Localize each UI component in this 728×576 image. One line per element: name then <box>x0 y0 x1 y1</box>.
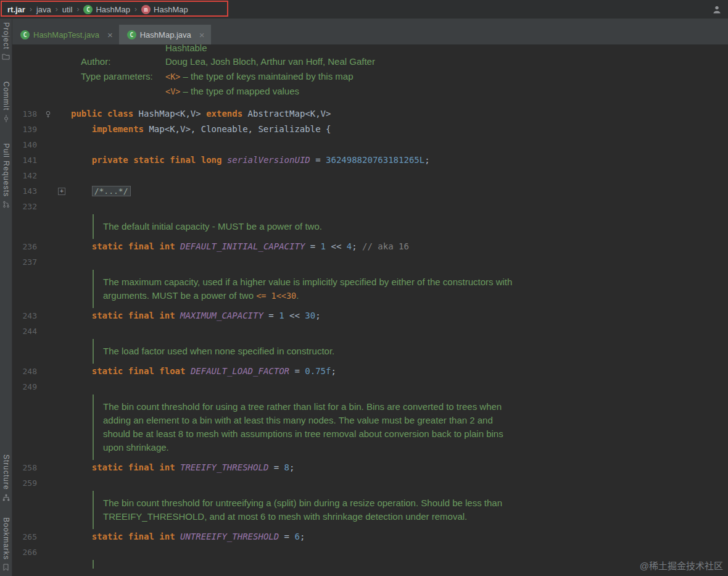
line-number[interactable]: 232 <box>12 199 42 214</box>
code-text[interactable] <box>67 379 71 394</box>
gutter[interactable]: 266 <box>12 545 67 560</box>
code-text[interactable] <box>67 323 71 339</box>
line-number[interactable]: 139 <box>12 122 42 137</box>
rendered-doc-comment[interactable]: The maximum capacity, used if a higher v… <box>12 270 728 308</box>
breadcrumb-item-java[interactable]: java <box>34 4 54 15</box>
code-line[interactable]: 237 <box>12 254 728 270</box>
code-text[interactable] <box>67 199 71 214</box>
line-number[interactable]: 237 <box>12 254 42 270</box>
close-icon[interactable]: × <box>199 30 205 40</box>
code-token: TREEIFY_THRESHOLD <box>180 462 268 472</box>
code-text[interactable] <box>67 168 71 183</box>
gutter[interactable]: 143+ <box>12 183 67 199</box>
gutter[interactable]: 237 <box>12 254 67 270</box>
code-text[interactable] <box>67 254 71 270</box>
gutter[interactable]: 265 <box>12 529 67 545</box>
close-icon[interactable]: × <box>107 30 113 40</box>
code-text[interactable]: static final int TREEIFY_THRESHOLD = 8; <box>67 460 294 475</box>
line-number[interactable]: 140 <box>12 137 42 152</box>
code-token: Doug Lea, Josh Bloch, Arthur van Hoff, N… <box>165 56 375 67</box>
code-token <box>71 311 92 320</box>
code-text[interactable]: public class HashMap<K,V> extends Abstra… <box>67 106 331 122</box>
code-text[interactable]: static final int DEFAULT_INITIAL_CAPACIT… <box>67 239 409 254</box>
gutter[interactable]: 248 <box>12 364 67 379</box>
line-number[interactable]: 143 <box>12 183 42 199</box>
breadcrumb-item-rt-jar[interactable]: rt.jar <box>5 4 28 15</box>
folder-icon <box>2 53 10 61</box>
gutter <box>12 394 67 460</box>
code-line[interactable]: 258 static final int TREEIFY_THRESHOLD =… <box>12 460 728 475</box>
code-line[interactable]: 243 static final int MAXIMUM_CAPACITY = … <box>12 308 728 323</box>
structure-icon <box>2 494 10 501</box>
sidebar-item-commit[interactable]: Commit <box>2 81 10 122</box>
line-number[interactable]: 248 <box>12 364 42 379</box>
gutter[interactable]: 138 <box>12 106 67 122</box>
code-text[interactable]: /*...*/ <box>67 183 131 199</box>
line-number[interactable]: 138 <box>12 106 42 122</box>
line-number[interactable]: 243 <box>12 308 42 323</box>
sidebar-item-bookmarks[interactable]: Bookmarks <box>2 517 10 571</box>
code-line[interactable]: 142 <box>12 168 728 183</box>
rendered-doc-comment[interactable]: The bin count threshold for untreeifying… <box>12 491 728 529</box>
code-text[interactable] <box>67 545 71 560</box>
code-line[interactable]: 249 <box>12 379 728 394</box>
code-line[interactable]: 141 private static final long serialVers… <box>12 152 728 168</box>
overridden-marker-icon[interactable] <box>44 111 52 118</box>
gutter[interactable]: 232 <box>12 199 67 214</box>
sidebar-item-project[interactable]: Project <box>2 22 10 61</box>
tab-hashmaptest-java[interactable]: CHashMapTest.java× <box>12 25 119 44</box>
sidebar-item-structure[interactable]: Structure <box>2 454 10 501</box>
user-icon[interactable] <box>712 5 722 14</box>
gutter[interactable]: 244 <box>12 323 67 339</box>
line-number[interactable]: 258 <box>12 460 42 475</box>
code-text[interactable]: implements Map<K,V>, Cloneable, Serializ… <box>67 122 331 137</box>
code-line[interactable]: 259 <box>12 475 728 491</box>
gutter[interactable]: 236 <box>12 239 67 254</box>
code-line[interactable]: 143+ /*...*/ <box>12 183 728 199</box>
gutter[interactable]: 243 <box>12 308 67 323</box>
breadcrumb-item-hashmap[interactable]: CHashMap <box>81 4 133 15</box>
doc-link[interactable]: Hashtable <box>165 44 207 54</box>
code-line[interactable]: 138public class HashMap<K,V> extends Abs… <box>12 106 728 122</box>
code-text[interactable]: static final float DEFAULT_LOAD_FACTOR =… <box>67 364 336 379</box>
gutter[interactable]: 142 <box>12 168 67 183</box>
rendered-doc-comment[interactable]: The load factor used when none specified… <box>12 339 728 364</box>
tab-hashmap-java[interactable]: CHashMap.java× <box>119 25 211 44</box>
line-number[interactable]: 265 <box>12 529 42 545</box>
editor[interactable]: HashtableAuthor:Doug Lea, Josh Bloch, Ar… <box>12 44 728 576</box>
code-line[interactable]: 236 static final int DEFAULT_INITIAL_CAP… <box>12 239 728 254</box>
gutter[interactable]: 139 <box>12 122 67 137</box>
main-area: ProjectCommitPull Requests StructureBook… <box>0 19 728 576</box>
code-line[interactable]: 232 <box>12 199 728 214</box>
fold-plus-icon[interactable]: + <box>58 188 65 195</box>
line-number[interactable]: 266 <box>12 545 42 560</box>
sidebar-item-pull-requests[interactable]: Pull Requests <box>2 143 10 208</box>
line-number[interactable]: 236 <box>12 239 42 254</box>
rendered-doc-comment[interactable]: The default initial capacity - MUST be a… <box>12 214 728 239</box>
gutter[interactable]: 258 <box>12 460 67 475</box>
code-line[interactable]: 140 <box>12 137 728 152</box>
code-text[interactable]: static final int UNTREEIFY_THRESHOLD = 6… <box>67 529 305 545</box>
gutter[interactable]: 259 <box>12 475 67 491</box>
rendered-doc-comment[interactable]: The bin count threshold for using a tree… <box>12 394 728 460</box>
code-line[interactable]: 139 implements Map<K,V>, Cloneable, Seri… <box>12 122 728 137</box>
code-line[interactable]: 248 static final float DEFAULT_LOAD_FACT… <box>12 364 728 379</box>
line-number[interactable]: 141 <box>12 152 42 168</box>
line-number[interactable]: 142 <box>12 168 42 183</box>
line-number[interactable]: 249 <box>12 379 42 394</box>
code-token: 0.75f <box>305 366 331 376</box>
code-text[interactable] <box>67 475 71 491</box>
breadcrumb-item-hashmap[interactable]: mHashMap <box>139 4 191 15</box>
code-line[interactable]: 244 <box>12 323 728 339</box>
breadcrumb-item-util[interactable]: util <box>60 4 75 15</box>
code-text[interactable] <box>67 137 71 152</box>
code-line[interactable]: 265 static final int UNTREEIFY_THRESHOLD… <box>12 529 728 545</box>
gutter[interactable]: 141 <box>12 152 67 168</box>
gutter[interactable]: 249 <box>12 379 67 394</box>
gutter[interactable]: 140 <box>12 137 67 152</box>
code-text[interactable]: private static final long serialVersionU… <box>67 152 430 168</box>
line-number[interactable]: 259 <box>12 475 42 491</box>
line-number[interactable]: 244 <box>12 323 42 339</box>
code-line[interactable]: 266 <box>12 545 728 560</box>
code-text[interactable]: static final int MAXIMUM_CAPACITY = 1 <<… <box>67 308 321 323</box>
